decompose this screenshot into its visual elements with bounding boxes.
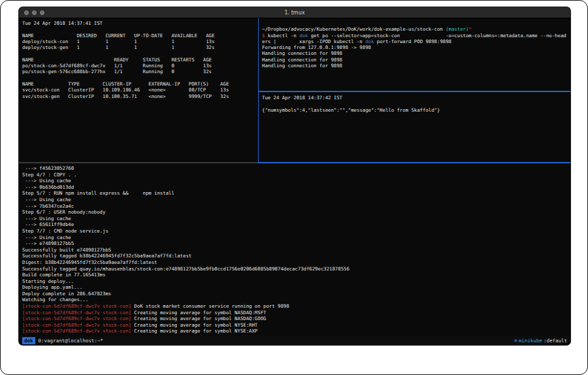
terminal-line: NAME DESIRED CURRENT UP-TO-DATE AVAILABL…	[22, 33, 258, 39]
terminal-line: [stock-con-5d7df689cf-dwc7v stock-con] C…	[22, 310, 570, 316]
window-title: 1. tmux	[19, 7, 570, 18]
terminal-line: Tue 24 Apr 2018 14:37:41 IST	[22, 20, 258, 26]
terminal-line: Forwarding from 127.0.0.1:9898 -> 9898	[262, 44, 570, 50]
terminal-line: Tue 24 Apr 2018 14:37:42 IST	[262, 95, 570, 101]
terminal-line: {"numsymbols":4,"lastseen":"","message":…	[262, 107, 570, 113]
terminal-line: ---> 7b6347ce2a4c	[22, 203, 570, 210]
terminal-line: svc/stock-gen ClusterIP 10.100.35.71 <no…	[22, 93, 258, 99]
terminal-line: Digest: b38b42246945fd7f32c5ba9aea7af7fd…	[22, 259, 570, 266]
terminal-line: ---> f45623052760	[22, 165, 570, 172]
terminal-line: Starting deploy...	[22, 278, 570, 285]
terminal-line: deploy/stock-con 1 1 1 1 13s	[22, 39, 258, 44]
tmux-status-bar: dok 0:vagrant@localhost:~* ☸ minikube :d…	[19, 336, 570, 345]
terminal-line: po/stock-gen-576cc688bb-277hx 1/1 Runnin…	[22, 69, 258, 74]
terminal-line: Step 6/7 : USER nobody:nobody	[22, 209, 570, 216]
kubernetes-helm-icon: ☸	[514, 338, 517, 344]
terminal-line: ---> 65611ff9db4e	[22, 221, 570, 228]
terminal-line: Watching for changes...	[22, 297, 570, 303]
terminal-line: [stock-con-5d7df689cf-dwc7v stock-con] C…	[22, 322, 570, 329]
terminal-line: Step 7/7 : CMD node service.js	[22, 228, 570, 235]
terminal-line: ---> Using cache	[22, 197, 570, 203]
terminal-line: [stock-con-5d7df689cf-dwc7v stock-con] C…	[22, 316, 570, 322]
terminal-line: [stock-con-5d7df689cf-dwc7v stock-con] D…	[22, 303, 570, 310]
terminal-line: Successfully tagged quay.io/mhausenblas/…	[22, 266, 570, 272]
terminal-line: ---> Using cache	[22, 216, 570, 222]
status-right-section: ☸ minikube :default	[514, 338, 567, 344]
terminal-line: ---> Using cache	[22, 178, 570, 184]
terminal-line: svc/stock-con ClusterIP 10.109.186.46 <n…	[22, 87, 258, 93]
terminal-line: ~/Dropbox/advocacy/Kubernetes/DoK/work/d…	[262, 26, 570, 32]
terminal-window: 1. tmux Tue 24 Apr 2018 14:37:41 IST NAM…	[19, 7, 570, 345]
terminal-line: Step 4/7 : COPY . .	[22, 172, 570, 178]
pane-port-forward[interactable]: ~/Dropbox/advocacy/Kubernetes/DoK/work/d…	[259, 18, 570, 91]
terminal-line	[22, 26, 258, 32]
terminal-line: po/stock-con-5d7df689cf-dwc7v 1/1 Runnin…	[22, 63, 258, 69]
terminal-line: $ kubectl -n dok get po --selector=app=s…	[262, 33, 570, 39]
terminal-line	[262, 101, 570, 106]
session-name-badge: dok	[22, 337, 35, 344]
terminal-line: deploy/stock-gen 1 1 1 1 32s	[22, 44, 258, 50]
pane-border-bottom-right[interactable]	[258, 162, 570, 163]
terminal-line	[22, 50, 258, 56]
terminal-line: ---> 0b636bd013dd	[22, 184, 570, 191]
terminal-line: Handling connection for 9898	[262, 63, 570, 69]
pane-kubectl-watch[interactable]: Tue 24 Apr 2018 14:37:41 IST NAME DESIRE…	[19, 18, 258, 162]
terminal-line: [stock-con-5d7df689cf-dwc7v stock-con] C…	[22, 328, 570, 334]
tmux-pane-area: Tue 24 Apr 2018 14:37:41 IST NAME DESIRE…	[19, 18, 570, 336]
kube-namespace-label: :default	[544, 338, 567, 344]
terminal-line: Handling connection for 9898	[262, 50, 570, 56]
terminal-line: ers | xargs -IPOD kubectl -n dok port-fo…	[262, 39, 570, 44]
terminal-line: NAME READY STATUS RESTARTS AGE	[22, 57, 258, 63]
terminal-line: Successfully built e74898127bb5	[22, 247, 570, 253]
terminal-line	[262, 20, 570, 26]
terminal-line: Successfully tagged b38b42246945fd7f32c5…	[22, 253, 570, 259]
terminal-line: ---> e74898127bb5	[22, 240, 570, 247]
kube-context-label: minikube	[519, 338, 542, 344]
pane-skaffold-log[interactable]: ---> f45623052760Step 4/7 : COPY . . ---…	[19, 163, 570, 336]
terminal-line: NAME TYPE CLUSTER-IP EXTERNAL-IP PORT(S)…	[22, 81, 258, 87]
terminal-line: Step 5/7 : RUN npm install express && np…	[22, 190, 570, 197]
pane-border-right-middle[interactable]	[258, 91, 570, 92]
terminal-line: ---> Using cache	[22, 235, 570, 241]
terminal-line: Deploying app.yaml...	[22, 284, 570, 291]
terminal-line: Build complete in 77.165413ms	[22, 272, 570, 278]
active-window-label[interactable]: 0:vagrant@localhost:~*	[39, 338, 103, 344]
terminal-line: Handling connection for 9898	[262, 57, 570, 63]
pane-border-bottom-left[interactable]	[19, 162, 258, 163]
screenshot-frame: 1. tmux Tue 24 Apr 2018 14:37:41 IST NAM…	[0, 0, 588, 375]
terminal-line: Deploy complete in 286.647823ms	[22, 291, 570, 297]
window-title-bar: 1. tmux	[19, 7, 570, 18]
pane-service-output[interactable]: Tue 24 Apr 2018 14:37:42 IST {"numsymbol…	[259, 92, 570, 162]
terminal-line	[22, 75, 258, 81]
